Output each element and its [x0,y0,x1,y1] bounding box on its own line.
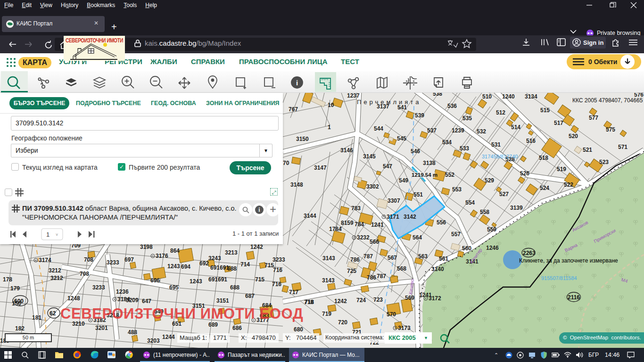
svg-text:569: 569 [405,295,414,301]
svg-text:564: 564 [413,234,422,241]
svg-text:717: 717 [289,289,298,296]
svg-text:556: 556 [437,219,446,226]
svg-text:3243: 3243 [208,255,221,262]
svg-text:723: 723 [373,296,383,303]
svg-text:534: 534 [442,139,452,146]
svg-text:3150: 3150 [296,136,309,142]
svg-text:547: 547 [383,163,392,170]
svg-text:СЕВЕРОИЗТОЧНИ ИМОТИ ЕООД: СЕВЕРОИЗТОЧНИ ИМОТИ ЕООД [60,305,303,322]
svg-text:708: 708 [84,256,93,263]
svg-text:535: 535 [462,115,472,122]
svg-text:3142: 3142 [404,214,416,220]
svg-text:3171: 3171 [387,214,399,220]
svg-text:523: 523 [599,159,609,165]
svg-text:181: 181 [32,314,41,321]
svg-text:715: 715 [255,276,264,283]
svg-text:526: 526 [520,170,529,177]
svg-text:3139: 3139 [510,205,523,211]
svg-text:697: 697 [124,256,134,263]
svg-text:600: 600 [14,298,24,304]
svg-text:524: 524 [540,185,549,191]
svg-text:3232: 3232 [357,234,370,241]
svg-text:691: 691 [208,276,218,283]
svg-text:539: 539 [415,112,424,119]
svg-text:531: 531 [491,141,501,148]
svg-text:ККС 2005 4798407, 704665: ККС 2005 4798407, 704665 [572,97,643,104]
svg-text:1219.54 m: 1219.54 m [412,172,438,178]
svg-text:571: 571 [618,144,627,150]
svg-text:694: 694 [181,263,190,270]
svg-text:1242: 1242 [250,244,263,250]
svg-text:552: 552 [445,172,454,178]
svg-text:3307: 3307 [388,197,400,204]
svg-text:647: 647 [142,298,151,304]
svg-text:719: 719 [322,311,331,317]
svg-text:515: 515 [540,107,550,114]
svg-text:3201: 3201 [95,325,108,331]
svg-text:551: 551 [413,191,423,198]
svg-text:3143: 3143 [322,277,335,284]
svg-text:559: 559 [487,226,496,233]
svg-text:532: 532 [477,128,486,135]
svg-text:560: 560 [462,245,471,252]
svg-text:3146: 3146 [340,147,353,154]
svg-text:915507/811584: 915507/811584 [541,275,577,281]
svg-text:680: 680 [294,326,303,333]
svg-text:783: 783 [351,205,361,212]
svg-text:544: 544 [374,125,383,132]
svg-text:691: 691 [210,264,220,271]
svg-text:3212: 3212 [50,275,63,281]
svg-text:3143: 3143 [322,255,335,262]
svg-text:2263: 2263 [523,250,536,256]
svg-text:784: 784 [355,221,364,228]
svg-text:549: 549 [399,177,408,184]
svg-text:575: 575 [606,126,615,133]
svg-text:687: 687 [245,293,255,299]
svg-text:i: i [296,79,298,87]
svg-text:182: 182 [15,325,25,332]
svg-text:566: 566 [370,239,379,245]
svg-text:317459/812740: 317459/812740 [482,154,518,159]
svg-text:767: 767 [289,106,298,113]
svg-text:577: 577 [589,115,598,121]
svg-text:688: 688 [230,284,239,291]
svg-text:3148: 3148 [290,181,303,188]
svg-text:512: 512 [496,109,505,116]
svg-text:536: 536 [447,103,457,109]
svg-text:3233: 3233 [272,256,285,263]
svg-text:691: 691 [218,276,227,283]
svg-text:533: 533 [460,145,469,152]
svg-text:692: 692 [199,260,209,267]
svg-text:786: 786 [350,256,360,263]
svg-text:527: 527 [499,191,509,197]
svg-text:716: 716 [273,267,282,273]
svg-text:3233: 3233 [107,259,119,266]
svg-text:787: 787 [377,273,386,280]
svg-text:3213: 3213 [225,249,238,256]
svg-text:686: 686 [232,325,242,331]
svg-text:70: 70 [283,160,289,166]
svg-text:554: 554 [465,199,475,206]
svg-text:10: 10 [328,102,334,108]
svg-text:521: 521 [583,147,592,153]
svg-text:708: 708 [80,271,89,277]
svg-text:561: 561 [439,255,448,262]
svg-text:8159: 8159 [341,220,354,226]
svg-text:516: 516 [526,138,536,144]
svg-text:518: 518 [539,155,548,161]
svg-text:567: 567 [388,255,397,261]
svg-text:1784: 1784 [329,226,342,232]
svg-text:3233: 3233 [92,284,105,291]
svg-text:1243: 1243 [167,263,180,270]
svg-text:178: 178 [3,276,12,283]
svg-text:568: 568 [397,265,406,272]
svg-text:3198: 3198 [140,244,153,250]
svg-text:Перчемлията: Перчемлията [357,99,421,106]
svg-text:689: 689 [208,321,218,328]
svg-text:3176: 3176 [156,253,168,259]
svg-text:545: 545 [397,135,406,142]
svg-text:725: 725 [347,268,356,274]
svg-text:553: 553 [452,186,462,193]
svg-text:720: 720 [338,319,347,326]
svg-text:558: 558 [480,209,489,215]
